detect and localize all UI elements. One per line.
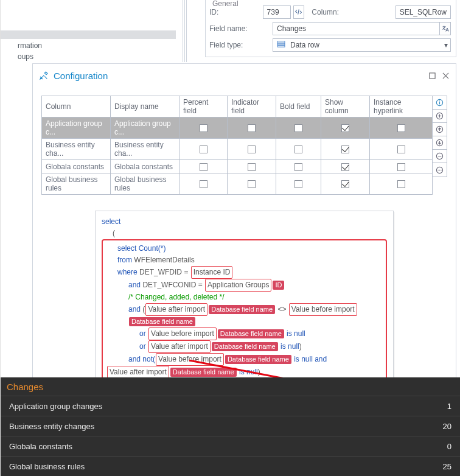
badge-dbfn: Database field name xyxy=(225,355,291,364)
table-side-actions xyxy=(433,96,447,177)
svg-rect-1 xyxy=(277,43,285,45)
more-button[interactable] xyxy=(433,163,447,177)
tree-item[interactable]: rmation xyxy=(18,40,42,51)
checkbox[interactable] xyxy=(200,163,207,171)
col-header[interactable]: Display name xyxy=(111,96,179,117)
arrows-icon xyxy=(294,8,302,16)
result-row: Globala constants0 xyxy=(1,436,460,456)
svg-point-12 xyxy=(437,169,438,170)
badge-id: ID xyxy=(273,281,284,290)
fieldtype-combo[interactable]: Data row ▾ xyxy=(273,38,451,52)
configuration-panel: Configuration Column Display name Percen… xyxy=(32,63,456,419)
checkbox[interactable] xyxy=(397,145,405,153)
result-value: 25 xyxy=(416,462,451,471)
svg-rect-3 xyxy=(429,72,434,78)
checkbox[interactable] xyxy=(248,163,256,171)
badge-dbfn: Database field name xyxy=(129,317,195,326)
checkbox[interactable] xyxy=(294,124,302,132)
maximize-button[interactable] xyxy=(427,70,437,81)
translate-button[interactable] xyxy=(440,22,451,35)
checkbox[interactable] xyxy=(200,124,207,132)
token-value-before[interactable]: Value before import xyxy=(156,353,224,366)
checkbox[interactable] xyxy=(397,180,405,188)
results-title: Changes xyxy=(7,382,43,392)
col-header[interactable]: Indicator field xyxy=(228,96,276,117)
cell-column: Application group c... xyxy=(42,117,111,139)
checkbox[interactable] xyxy=(397,163,405,171)
fieldname-field[interactable]: Changes xyxy=(273,22,440,35)
svg-point-13 xyxy=(439,169,440,170)
info-button[interactable] xyxy=(433,96,447,110)
result-row: Global business rules25 xyxy=(1,456,460,476)
table-row[interactable]: Application group c...Application group … xyxy=(42,117,433,139)
token-value-before[interactable]: Value before import xyxy=(289,303,357,316)
token-value-after[interactable]: Value after import xyxy=(145,303,207,316)
checkbox[interactable] xyxy=(294,145,302,153)
result-row: Business entity changes20 xyxy=(1,416,460,436)
table-row[interactable]: Global business rulesGlobal business rul… xyxy=(42,173,433,195)
cell-column: Global business rules xyxy=(42,173,111,195)
checkbox[interactable] xyxy=(341,124,349,132)
move-up-button[interactable] xyxy=(433,123,447,136)
checkbox[interactable] xyxy=(200,180,207,188)
delete-row-button[interactable] xyxy=(433,150,447,163)
badge-dbfn: Database field name xyxy=(170,368,237,377)
result-value: 20 xyxy=(416,422,451,431)
close-button[interactable] xyxy=(440,70,451,81)
column-field[interactable]: SEL_SQLRow xyxy=(396,5,451,19)
checkbox[interactable] xyxy=(341,180,349,188)
badge-dbfn: Database field name xyxy=(209,305,275,314)
token-app-groups[interactable]: Application Groups xyxy=(205,279,271,292)
checkbox[interactable] xyxy=(248,145,256,153)
id-action-button[interactable] xyxy=(293,5,305,19)
table-row[interactable]: Business entity cha...Business entity ch… xyxy=(42,139,433,160)
results-panel: Changes Application group changes1Busine… xyxy=(1,377,460,476)
checkbox[interactable] xyxy=(341,145,349,153)
badge-dbfn: Database field name xyxy=(212,342,278,351)
tree-item[interactable]: oups xyxy=(18,51,42,62)
cell-display: Business entity cha... xyxy=(111,139,179,160)
cell-display: Application group c... xyxy=(111,117,179,139)
col-header[interactable]: Instance hyperlink xyxy=(370,96,433,117)
token-value-before[interactable]: Value before import xyxy=(148,327,217,340)
checkbox[interactable] xyxy=(248,124,256,132)
svg-rect-6 xyxy=(439,100,440,101)
cell-column: Business entity cha... xyxy=(42,139,111,160)
checkbox[interactable] xyxy=(397,124,405,132)
checkbox[interactable] xyxy=(200,145,207,153)
cell-column: Globala constants xyxy=(42,160,111,173)
id-field[interactable]: 739 xyxy=(263,5,291,19)
column-label: Column: xyxy=(312,8,339,16)
fieldtype-label: Field type: xyxy=(209,41,273,49)
token-value-after[interactable]: Value after import xyxy=(148,340,211,353)
col-header[interactable]: Column xyxy=(42,96,111,117)
fieldtype-value: Data row xyxy=(289,41,450,49)
chevron-down-icon: ▾ xyxy=(444,41,448,49)
result-key: Global business rules xyxy=(9,462,416,471)
add-row-button[interactable] xyxy=(433,110,447,123)
svg-rect-2 xyxy=(277,46,285,47)
columns-table: Column Display name Percent field Indica… xyxy=(41,96,433,195)
checkbox[interactable] xyxy=(341,163,349,171)
col-header[interactable]: Show column xyxy=(321,96,370,117)
tools-icon xyxy=(38,69,50,82)
data-row-icon xyxy=(273,40,289,49)
checkbox[interactable] xyxy=(248,180,256,188)
token-value-after[interactable]: Value after import xyxy=(107,366,169,379)
translate-icon xyxy=(442,25,449,32)
svg-point-14 xyxy=(441,169,441,170)
result-value: 0 xyxy=(416,442,451,451)
token-instance-id[interactable]: Instance ID xyxy=(191,266,233,279)
table-row[interactable]: Globala constantsGlobala constants xyxy=(42,160,433,173)
result-key: Application group changes xyxy=(9,402,416,411)
cell-display: Globala constants xyxy=(111,160,179,173)
result-key: Business entity changes xyxy=(9,422,416,431)
svg-rect-0 xyxy=(277,41,285,43)
svg-rect-5 xyxy=(439,102,440,105)
col-header[interactable]: Percent field xyxy=(179,96,228,117)
checkbox[interactable] xyxy=(294,163,302,171)
checkbox[interactable] xyxy=(294,180,302,188)
move-down-button[interactable] xyxy=(433,136,447,150)
col-header[interactable]: Bold field xyxy=(276,96,321,117)
cell-display: Global business rules xyxy=(111,173,179,195)
